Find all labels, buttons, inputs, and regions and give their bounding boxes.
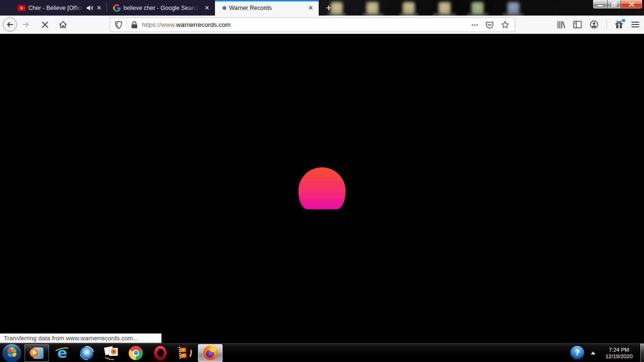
blurred-desktop-icon xyxy=(403,2,415,15)
show-hidden-icons-chevron[interactable] xyxy=(591,352,595,354)
new-tab-button[interactable]: + xyxy=(322,0,336,16)
blurred-desktop-icon xyxy=(366,2,379,15)
restore-button[interactable] xyxy=(607,0,620,8)
taskbar-windows-media-player[interactable] xyxy=(25,344,49,362)
notification-dot xyxy=(622,19,625,22)
google-chrome-icon xyxy=(129,346,143,360)
url-text[interactable]: https://www.warnerrecords.com xyxy=(142,21,471,28)
movie-maker-icon xyxy=(178,346,192,360)
blurred-desktop-icon xyxy=(507,2,520,15)
youtube-icon xyxy=(18,5,25,11)
tab-warner-records[interactable]: Warner Records × xyxy=(215,0,319,16)
toolbar-separator xyxy=(606,19,607,30)
taskbar: e ? xyxy=(0,343,644,362)
stop-button[interactable] xyxy=(38,17,52,32)
tab-title: Warner Records xyxy=(229,5,303,11)
sidebar-icon[interactable] xyxy=(573,21,582,28)
taskbar-internet-explorer[interactable]: e xyxy=(50,344,74,362)
menu-hamburger-icon[interactable] xyxy=(631,21,639,28)
close-button[interactable] xyxy=(620,0,642,8)
taskbar-media-orb[interactable] xyxy=(74,344,99,362)
tab-close-button[interactable]: × xyxy=(306,3,315,13)
help-tray-icon[interactable]: ? xyxy=(570,346,584,360)
url-scheme: https://www. xyxy=(142,21,176,28)
clock-time: 7:24 PM xyxy=(601,346,637,353)
navigation-toolbar: https://www.warnerrecords.com xyxy=(0,16,644,34)
taskbar-clock[interactable]: 7:24 PM 12/19/2020 xyxy=(601,346,637,360)
blurred-desktop-icon xyxy=(438,2,451,15)
windows-media-player-icon xyxy=(30,346,44,360)
clock-date: 12/19/2020 xyxy=(601,353,637,360)
taskbar-firefox[interactable] xyxy=(198,344,223,362)
pocket-icon[interactable] xyxy=(486,21,494,29)
url-domain: warnerrecords.com xyxy=(176,21,231,28)
taskbar-movie-maker[interactable] xyxy=(173,344,197,362)
photo-gallery-icon xyxy=(104,346,118,360)
tab-strip: Cher - Believe [Official Musi × xyxy=(0,0,319,16)
blurred-desktop-icon xyxy=(471,2,484,15)
account-icon[interactable] xyxy=(590,20,598,29)
media-orb-icon xyxy=(80,346,93,360)
start-button[interactable] xyxy=(0,344,24,362)
screen: Cher - Believe [Official Musi × xyxy=(0,0,644,362)
tab-close-button[interactable]: × xyxy=(202,3,212,13)
tab-close-button[interactable]: × xyxy=(94,3,104,13)
back-button[interactable] xyxy=(3,17,17,32)
window-controls xyxy=(593,0,643,9)
bookmark-star-icon[interactable] xyxy=(501,21,509,29)
titlebar-glass: Cher - Believe [Official Musi × xyxy=(0,0,644,16)
show-desktop-button[interactable] xyxy=(640,344,644,362)
windows-logo-icon xyxy=(3,344,21,362)
tab-audio-icon[interactable] xyxy=(86,5,93,11)
minimize-button[interactable] xyxy=(593,0,607,8)
tab-title: believe cher - Google Search xyxy=(124,5,199,11)
page-actions-icon[interactable] xyxy=(471,24,478,26)
tracking-protection-shield-icon[interactable] xyxy=(110,18,126,32)
tab-google-search[interactable]: believe cher - Google Search × xyxy=(107,0,215,16)
google-icon xyxy=(113,4,121,12)
status-tooltip: Transferring data from www.warnerrecords… xyxy=(0,333,162,343)
loading-dot-icon xyxy=(223,6,226,10)
lock-icon[interactable] xyxy=(127,18,142,32)
status-text: Transferring data from www.warnerrecords… xyxy=(4,335,138,342)
taskbar-google-chrome[interactable] xyxy=(124,344,148,362)
tab-title: Cher - Believe [Official Musi xyxy=(28,5,83,11)
internet-explorer-icon: e xyxy=(55,346,69,360)
page-viewport xyxy=(0,34,644,343)
taskbar-photo-gallery[interactable] xyxy=(99,344,124,362)
forward-button[interactable] xyxy=(19,17,33,32)
firefox-icon xyxy=(203,346,218,360)
tab-youtube[interactable]: Cher - Believe [Official Musi × xyxy=(0,0,107,16)
whats-new-gift-icon[interactable] xyxy=(615,20,623,29)
system-tray: ? 7:24 PM 12/19/2020 xyxy=(570,344,644,362)
opera-icon xyxy=(154,346,166,360)
warner-records-loading-logo xyxy=(298,167,346,209)
library-icon[interactable] xyxy=(557,21,565,29)
taskbar-opera[interactable] xyxy=(148,344,173,362)
url-bar[interactable]: https://www.warnerrecords.com xyxy=(110,17,515,32)
home-button[interactable] xyxy=(56,17,70,32)
